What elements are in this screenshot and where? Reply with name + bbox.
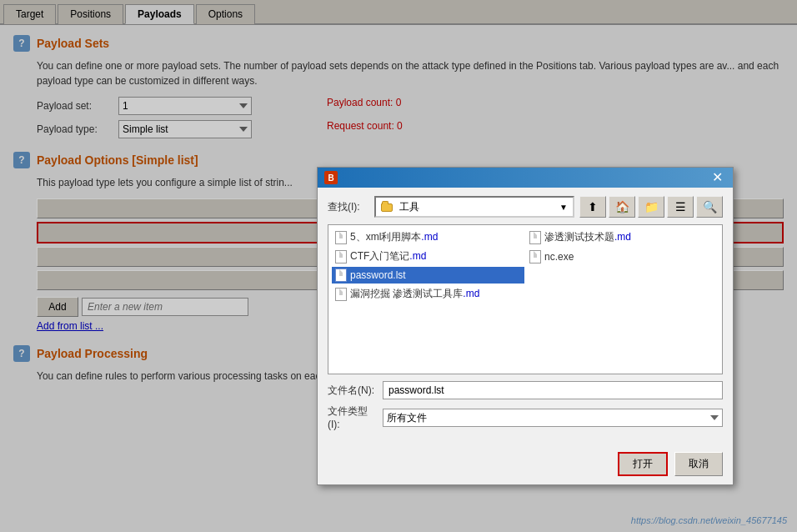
filetype-select[interactable]: 所有文件 bbox=[383, 409, 723, 427]
file-name-nc: nc.exe bbox=[544, 251, 574, 263]
filename-label: 文件名(N): bbox=[328, 384, 378, 398]
dropdown-arrow-icon: ▼ bbox=[559, 203, 568, 212]
file-list-grid: 5、xml利用脚本.md 渗透测试技术题.md CTF入门笔记.md nc.ex… bbox=[332, 228, 719, 303]
file-icon-pentest bbox=[529, 231, 541, 244]
file-item-pentest[interactable]: 渗透测试技术题.md bbox=[526, 228, 719, 246]
nav-detail-button[interactable]: 🔍 bbox=[696, 196, 723, 218]
nav-folder-button[interactable]: 📁 bbox=[638, 196, 664, 218]
dialog-titlebar: B ✕ bbox=[318, 168, 733, 188]
dialog-close-button[interactable]: ✕ bbox=[709, 171, 726, 184]
file-name-xml: 5、xml利用脚本.md bbox=[350, 230, 438, 244]
file-location-row: 查找(I): 工具 ▼ ⬆ 🏠 📁 ☰ 🔍 bbox=[328, 196, 723, 218]
dialog-body: 查找(I): 工具 ▼ ⬆ 🏠 📁 ☰ 🔍 bbox=[318, 188, 733, 447]
file-open-dialog: B ✕ 查找(I): 工具 ▼ ⬆ 🏠 📁 ☰ 🔍 bbox=[317, 167, 734, 485]
file-icon-nc bbox=[529, 250, 541, 263]
file-item-ctf[interactable]: CTF入门笔记.md bbox=[332, 248, 524, 265]
dialog-footer: 打开 取消 bbox=[318, 447, 733, 484]
file-name-password: password.lst bbox=[350, 269, 406, 281]
filetype-row: 文件类型(I): 所有文件 bbox=[328, 404, 723, 430]
nav-up-button[interactable]: ⬆ bbox=[579, 196, 606, 218]
cancel-button[interactable]: 取消 bbox=[674, 452, 723, 476]
file-icon-xml bbox=[335, 231, 347, 244]
file-location-dropdown[interactable]: 工具 ▼ bbox=[374, 196, 574, 218]
file-icon-ctf bbox=[335, 250, 347, 263]
filetype-label: 文件类型(I): bbox=[328, 404, 378, 430]
folder-icon bbox=[381, 203, 393, 212]
file-list-area[interactable]: 5、xml利用脚本.md 渗透测试技术题.md CTF入门笔记.md nc.ex… bbox=[328, 224, 723, 374]
file-item-xml[interactable]: 5、xml利用脚本.md bbox=[332, 228, 524, 246]
file-name-pentest: 渗透测试技术题.md bbox=[544, 230, 631, 244]
file-name-vuln: 漏洞挖掘 渗透测试工具库.md bbox=[350, 287, 479, 301]
file-icon-vuln bbox=[335, 288, 347, 301]
nav-list-button[interactable]: ☰ bbox=[667, 196, 694, 218]
dialog-icon: B bbox=[324, 171, 338, 184]
file-item-nc[interactable]: nc.exe bbox=[526, 248, 719, 265]
file-location-label: 查找(I): bbox=[328, 200, 369, 214]
file-name-ctf: CTF入门笔记.md bbox=[350, 249, 426, 263]
file-item-password[interactable]: password.lst bbox=[332, 267, 524, 284]
location-text: 工具 bbox=[399, 200, 419, 214]
main-window: Target Positions Payloads Options ? Payl… bbox=[0, 0, 797, 532]
filename-row: 文件名(N): bbox=[328, 381, 723, 399]
file-icon-password bbox=[335, 269, 347, 282]
file-item-vuln[interactable]: 漏洞挖掘 渗透测试工具库.md bbox=[332, 285, 719, 303]
file-toolbar: ⬆ 🏠 📁 ☰ 🔍 bbox=[579, 196, 723, 218]
filename-input[interactable] bbox=[383, 381, 723, 399]
dialog-title-left: B bbox=[324, 171, 338, 184]
nav-home-button[interactable]: 🏠 bbox=[609, 196, 635, 218]
open-button[interactable]: 打开 bbox=[618, 452, 668, 476]
